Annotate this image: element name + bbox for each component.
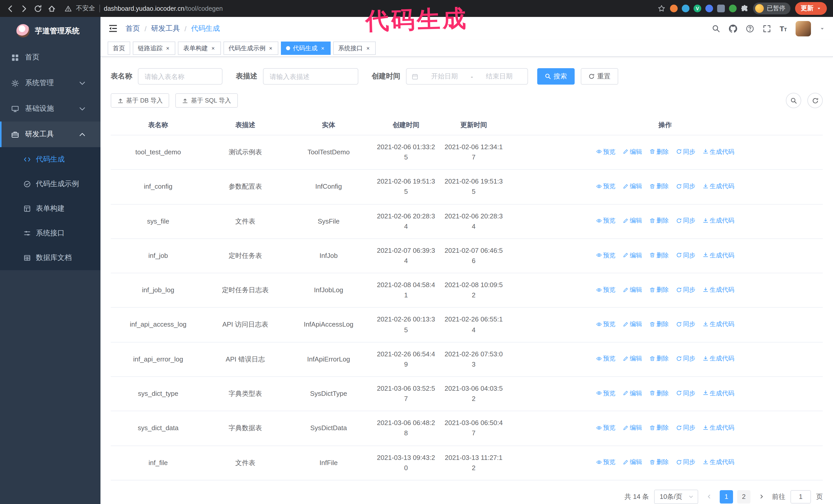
github-icon[interactable] <box>729 24 737 32</box>
close-icon[interactable]: × <box>165 45 170 51</box>
sidebar-item-codegen[interactable]: 代码生成 <box>0 147 100 172</box>
sidebar-item-devtools[interactable]: 研发工具 <box>0 121 100 147</box>
browser-update-button[interactable]: 更新 <box>795 2 827 15</box>
sync-link[interactable]: 同步 <box>676 250 695 260</box>
breadcrumb-item[interactable]: 研发工具 <box>151 24 180 33</box>
next-page-button[interactable] <box>756 490 767 503</box>
tab-codegen[interactable]: 代码生成× <box>281 42 331 55</box>
generate-code-link[interactable]: 生成代码 <box>703 319 734 329</box>
avatar-caret-down-icon[interactable] <box>820 26 825 31</box>
puzzle-extension-icon[interactable] <box>741 5 748 12</box>
delete-link[interactable]: 删除 <box>649 250 669 260</box>
delete-link[interactable]: 删除 <box>649 182 669 191</box>
edit-link[interactable]: 编辑 <box>623 354 642 363</box>
sidebar-item-system-api[interactable]: 系统接口 <box>0 221 100 246</box>
sidebar-item-db-doc[interactable]: 数据库文档 <box>0 246 100 270</box>
blue-users-extension-icon[interactable] <box>705 5 713 12</box>
reload-icon[interactable] <box>34 4 42 13</box>
preview-link[interactable]: 预览 <box>596 319 615 329</box>
fullscreen-icon[interactable] <box>763 24 771 32</box>
sidebar-item-infra[interactable]: 基础设施 <box>0 96 100 121</box>
bookmark-star-icon[interactable] <box>658 5 665 12</box>
edit-link[interactable]: 编辑 <box>623 250 642 260</box>
create-time-range-picker[interactable]: 开始日期 - 结束日期 <box>406 68 528 85</box>
edit-link[interactable]: 编辑 <box>623 388 642 398</box>
reset-button[interactable]: 重置 <box>581 68 618 85</box>
generate-code-link[interactable]: 生成代码 <box>703 285 734 294</box>
tab-home[interactable]: 首页 <box>108 42 130 55</box>
edit-link[interactable]: 编辑 <box>623 423 642 432</box>
hamburger-icon[interactable] <box>109 24 117 33</box>
generate-code-link[interactable]: 生成代码 <box>703 388 734 398</box>
sync-link[interactable]: 同步 <box>676 147 695 157</box>
sidebar-item-home[interactable]: 首页 <box>0 45 100 70</box>
sync-link[interactable]: 同步 <box>676 457 695 467</box>
delete-link[interactable]: 删除 <box>649 423 669 432</box>
help-icon[interactable] <box>746 24 754 32</box>
sync-link[interactable]: 同步 <box>676 423 695 432</box>
generate-code-link[interactable]: 生成代码 <box>703 354 734 363</box>
tab-tracer[interactable]: 链路追踪× <box>133 42 175 55</box>
home-icon[interactable] <box>48 4 56 13</box>
sync-link[interactable]: 同步 <box>676 182 695 191</box>
back-icon[interactable] <box>6 4 14 13</box>
delete-link[interactable]: 删除 <box>649 285 669 294</box>
tab-form-builder[interactable]: 表单构建× <box>178 42 221 55</box>
page-2-button[interactable]: 2 <box>737 490 751 503</box>
delete-link[interactable]: 删除 <box>649 457 669 467</box>
generate-code-link[interactable]: 生成代码 <box>703 182 734 191</box>
slate-extension-icon[interactable] <box>717 5 725 12</box>
close-icon[interactable]: × <box>365 45 371 51</box>
blue-extension-icon[interactable] <box>682 5 689 12</box>
preview-link[interactable]: 预览 <box>596 457 615 467</box>
edit-link[interactable]: 编辑 <box>623 147 642 157</box>
forward-icon[interactable] <box>20 4 28 13</box>
close-icon[interactable]: × <box>210 45 216 51</box>
table-name-input[interactable] <box>138 68 222 85</box>
sidebar-item-system[interactable]: 系统管理 <box>0 70 100 96</box>
search-button[interactable]: 搜索 <box>537 68 575 85</box>
preview-link[interactable]: 预览 <box>596 285 615 294</box>
preview-link[interactable]: 预览 <box>596 388 615 398</box>
user-avatar[interactable] <box>795 21 811 36</box>
tab-system-api[interactable]: 系统接口× <box>333 42 376 55</box>
generate-code-link[interactable]: 生成代码 <box>703 216 734 225</box>
search-icon[interactable] <box>712 24 720 32</box>
app-logo[interactable]: 芋道管理系统 <box>0 17 100 45</box>
page-1-button[interactable]: 1 <box>720 490 733 503</box>
sync-link[interactable]: 同步 <box>676 354 695 363</box>
preview-link[interactable]: 预览 <box>596 182 615 191</box>
import-db-button[interactable]: 基于 DB 导入 <box>111 93 169 108</box>
goto-page-input[interactable] <box>790 490 811 503</box>
tab-codegen-example[interactable]: 代码生成示例× <box>223 42 279 55</box>
generate-code-link[interactable]: 生成代码 <box>703 250 734 260</box>
green-check-extension-icon[interactable]: V <box>694 5 701 12</box>
green-extension-icon[interactable] <box>729 5 737 12</box>
sync-link[interactable]: 同步 <box>676 388 695 398</box>
font-size-icon[interactable]: TT <box>780 24 787 32</box>
refresh-table-button[interactable] <box>807 93 823 108</box>
breadcrumb-item[interactable]: 首页 <box>125 24 140 33</box>
orange-extension-icon[interactable] <box>670 5 678 12</box>
generate-code-link[interactable]: 生成代码 <box>703 147 734 157</box>
delete-link[interactable]: 删除 <box>649 216 669 225</box>
delete-link[interactable]: 删除 <box>649 354 669 363</box>
sync-link[interactable]: 同步 <box>676 319 695 329</box>
preview-link[interactable]: 预览 <box>596 354 615 363</box>
generate-code-link[interactable]: 生成代码 <box>703 457 734 467</box>
delete-link[interactable]: 删除 <box>649 319 669 329</box>
profile-paused-badge[interactable]: 已暂停 <box>753 3 790 14</box>
preview-link[interactable]: 预览 <box>596 216 615 225</box>
import-sql-button[interactable]: 基于 SQL 导入 <box>175 93 238 108</box>
page-size-select[interactable]: 10条/页 <box>654 490 698 504</box>
sidebar-item-form-builder[interactable]: 表单构建 <box>0 196 100 221</box>
prev-page-button[interactable] <box>703 490 715 503</box>
delete-link[interactable]: 删除 <box>649 147 669 157</box>
preview-link[interactable]: 预览 <box>596 147 615 157</box>
preview-link[interactable]: 预览 <box>596 423 615 432</box>
edit-link[interactable]: 编辑 <box>623 285 642 294</box>
sidebar-item-codegen-example[interactable]: 代码生成示例 <box>0 172 100 196</box>
edit-link[interactable]: 编辑 <box>623 216 642 225</box>
table-desc-input[interactable] <box>263 68 358 85</box>
edit-link[interactable]: 编辑 <box>623 457 642 467</box>
